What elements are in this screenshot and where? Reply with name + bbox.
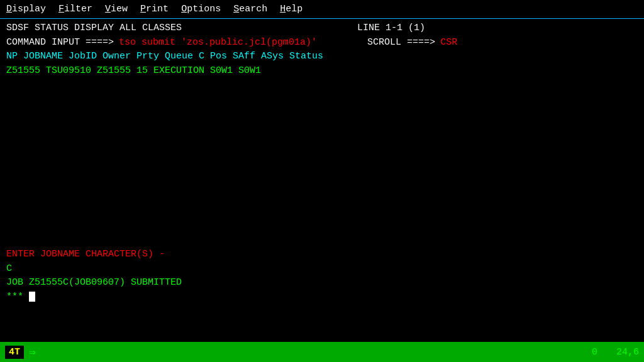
statusbar-right: 0 24,6 [592,347,639,358]
status-header-line: SDSF STATUS DISPLAY ALL CLASSES LINE 1-1… [6,21,638,36]
char-input-line: C [6,262,638,277]
arrow-icon: ⇒ [29,345,36,359]
menu-print[interactable]: Print [140,4,169,14]
stars-text: *** [6,292,23,302]
menu-display[interactable]: Display [6,4,46,14]
scroll-value: CSR [440,36,457,50]
prompt-text: ENTER JOBNAME CHARACTER(S) - [6,249,165,260]
main-content: SDSF STATUS DISPLAY ALL CLASSES LINE 1-1… [0,19,644,307]
command-label: COMMAND INPUT ====> [6,36,114,50]
status-title: SDSF STATUS DISPLAY ALL CLASSES [6,23,182,33]
counter-value: 0 [592,347,597,358]
stars-line: *** [6,290,638,305]
position-value: 24,6 [616,347,639,358]
cursor [29,292,35,302]
table-row: Z51555 TSU09510 Z51555 15 EXECUTION S0W1… [6,64,638,79]
submitted-text: JOB Z51555C(JOB09607) SUBMITTED [6,277,182,288]
command-value: tso submit 'zos.public.jcl(pgm01a)' [119,36,317,50]
empty-space [6,78,638,248]
menu-help[interactable]: Help [280,4,303,14]
line-info: LINE 1-1 (1) [357,23,425,33]
char-input: C [6,263,12,274]
statusbar-left: 4T ⇒ [5,345,36,359]
submitted-line: JOB Z51555C(JOB09607) SUBMITTED [6,276,638,290]
terminal-screen: Display Filter View Print Options Search… [0,0,644,362]
table-columns: NP JOBNAME JobID Owner Prty Queue C Pos … [6,51,323,62]
menu-search[interactable]: Search [233,4,267,14]
table-header: NP JOBNAME JobID Owner Prty Queue C Pos … [6,50,638,64]
menu-view[interactable]: View [105,4,128,14]
tab-indicator[interactable]: 4T [5,346,24,359]
statusbar: 4T ⇒ 0 24,6 [0,342,644,362]
prompt-line: ENTER JOBNAME CHARACTER(S) - [6,248,638,262]
table-row-data: Z51555 TSU09510 Z51555 15 EXECUTION S0W1… [6,65,261,76]
command-line[interactable]: COMMAND INPUT ====> tso submit 'zos.publ… [6,36,638,50]
menubar[interactable]: Display Filter View Print Options Search… [0,0,644,19]
scroll-label: SCROLL ====> [367,36,435,50]
menu-filter[interactable]: Filter [58,4,92,14]
menu-options[interactable]: Options [181,4,221,14]
